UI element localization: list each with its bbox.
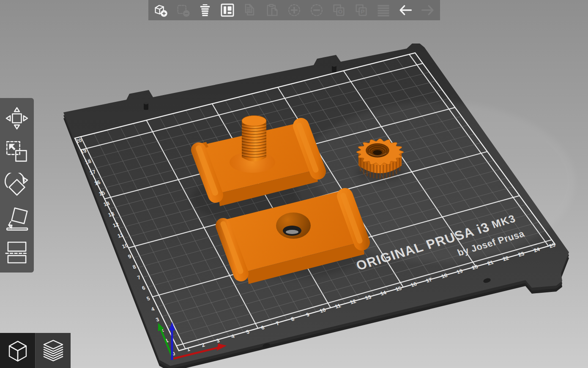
remove-instance-icon [309, 3, 324, 18]
toolbar-button-copy [241, 1, 259, 19]
layers-editing-icon [376, 3, 391, 18]
toolbar-button-delete [174, 1, 192, 19]
cut-icon [5, 240, 29, 264]
toolbar-button-rotate[interactable] [4, 172, 30, 198]
scale-icon [5, 139, 29, 164]
view-button-preview[interactable] [36, 333, 71, 368]
toolbar-button-paste [263, 1, 281, 19]
scene-3d: 0123456789101112131415161718192021222324… [0, 0, 588, 368]
cube-icon [5, 338, 31, 364]
move-icon [5, 106, 29, 131]
bolt-top [242, 116, 266, 126]
copy-icon [242, 3, 257, 18]
toolbar-button-split-objects: O [330, 1, 347, 19]
toolbar-button-cut[interactable] [4, 239, 30, 265]
rotate-icon [5, 173, 29, 197]
toolbar-button-delete-all[interactable] [196, 1, 214, 19]
toolbar-button-undo[interactable] [397, 1, 414, 19]
paste-icon [264, 3, 279, 18]
arrange-icon [220, 3, 235, 18]
toolbar-button-move[interactable] [4, 105, 30, 131]
toolbar-button-scale[interactable] [4, 139, 30, 165]
toolbar-button-arrange[interactable] [219, 1, 236, 19]
top-toolbar: O P [148, 0, 440, 20]
bed-pin [332, 64, 336, 72]
nut-hole-bottom [373, 150, 382, 155]
viewport-3d[interactable]: 0123456789101112131415161718192021222324… [0, 0, 588, 368]
delete-all-icon [197, 3, 213, 18]
toolbar-button-split-parts: P [352, 1, 370, 19]
toolbar-button-remove-instance [308, 1, 325, 19]
toolbar-button-layers-editing [375, 1, 392, 19]
svg-text:P: P [361, 8, 364, 15]
left-toolbar [0, 98, 34, 273]
svg-text:O: O [338, 8, 343, 15]
toolbar-button-add[interactable] [152, 1, 170, 19]
toolbar-button-place-on-face[interactable] [4, 206, 30, 232]
bed-pin [144, 102, 148, 110]
delete-object-icon [175, 3, 191, 18]
toolbar-button-redo [419, 1, 437, 19]
model-knurled-nut[interactable] [356, 139, 404, 178]
layers-icon [40, 338, 66, 364]
redo-arrow-icon [420, 3, 435, 18]
split-to-objects-icon: O [331, 3, 346, 18]
plate2-hole-floor [286, 230, 298, 234]
toolbar-button-add-instance [285, 1, 303, 19]
place-on-face-icon [5, 207, 29, 231]
add-instance-icon [287, 3, 302, 18]
view-mode-toolbar [0, 333, 71, 368]
add-object-icon [153, 3, 168, 18]
split-to-parts-icon: P [353, 3, 369, 18]
undo-arrow-icon [398, 3, 413, 18]
view-button-3d-editor[interactable] [0, 333, 36, 368]
